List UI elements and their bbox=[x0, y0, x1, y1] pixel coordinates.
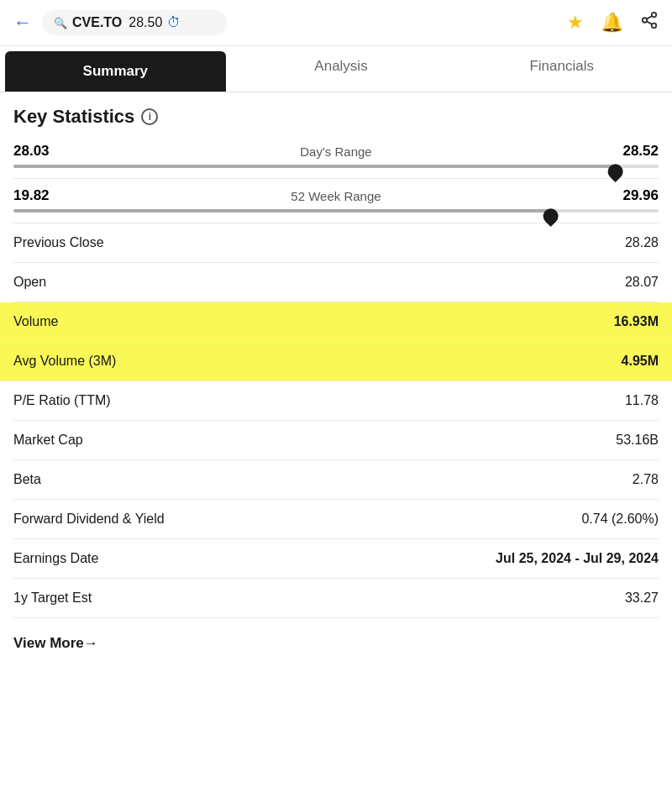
days-range-fill bbox=[13, 165, 613, 168]
view-more-arrow: → bbox=[84, 635, 98, 651]
search-bar[interactable]: 🔍 CVE.TO 28.50 ⏱ bbox=[42, 10, 227, 35]
stat-row-2: Volume16.93M bbox=[0, 302, 672, 342]
stats-container: 28.03 Day's Range 28.52 19.82 52 Week Ra… bbox=[0, 134, 672, 618]
stat-value-7: 0.74 (2.60%) bbox=[581, 512, 659, 527]
stat-value-0: 28.28 bbox=[625, 235, 659, 250]
week-range-fill bbox=[13, 209, 549, 213]
stat-label-8: Earnings Date bbox=[13, 551, 98, 566]
stat-label-9: 1y Target Est bbox=[13, 590, 92, 606]
search-icon: 🔍 bbox=[54, 17, 67, 29]
info-icon[interactable]: i bbox=[141, 108, 158, 125]
stat-row-0: Previous Close28.28 bbox=[13, 223, 659, 263]
tab-financials[interactable]: Financials bbox=[451, 46, 672, 92]
stat-label-6: Beta bbox=[13, 472, 41, 487]
stat-label-0: Previous Close bbox=[13, 235, 104, 250]
stat-value-6: 2.78 bbox=[633, 472, 659, 487]
stat-row-9: 1y Target Est33.27 bbox=[13, 579, 659, 618]
header: ← 🔍 CVE.TO 28.50 ⏱ ★ 🔔 bbox=[0, 0, 672, 46]
clock-icon: ⏱ bbox=[167, 15, 181, 30]
tab-bar: Summary Analysis Financials bbox=[0, 46, 672, 92]
stat-value-2: 16.93M bbox=[614, 314, 659, 329]
stat-value-5: 53.16B bbox=[616, 433, 659, 448]
section-title: Key Statistics i bbox=[0, 92, 672, 134]
week-range-low: 19.82 bbox=[13, 187, 50, 204]
stat-value-9: 33.27 bbox=[625, 590, 659, 606]
days-range-high: 28.52 bbox=[622, 143, 659, 160]
star-icon[interactable]: ★ bbox=[567, 12, 584, 34]
days-range-low: 28.03 bbox=[13, 143, 50, 160]
tab-analysis[interactable]: Analysis bbox=[231, 46, 452, 92]
stat-label-5: Market Cap bbox=[13, 433, 83, 448]
stat-row-5: Market Cap53.16B bbox=[13, 421, 659, 460]
svg-line-3 bbox=[647, 21, 652, 24]
stat-label-3: Avg Volume (3M) bbox=[13, 354, 116, 369]
stat-label-7: Forward Dividend & Yield bbox=[13, 512, 165, 527]
days-range-row: 28.03 Day's Range 28.52 bbox=[13, 134, 659, 179]
view-more-button[interactable]: View More→ bbox=[0, 618, 672, 669]
stat-label-2: Volume bbox=[13, 314, 58, 329]
stat-row-4: P/E Ratio (TTM)11.78 bbox=[13, 381, 659, 421]
ticker-label: CVE.TO bbox=[72, 15, 122, 30]
stat-value-3: 4.95M bbox=[622, 354, 659, 369]
days-range-label: Day's Range bbox=[300, 144, 371, 159]
stat-value-1: 28.07 bbox=[625, 275, 659, 290]
stat-label-1: Open bbox=[13, 275, 46, 290]
stat-row-6: Beta2.78 bbox=[13, 460, 659, 500]
week-range-label: 52 Week Range bbox=[291, 189, 381, 203]
stat-row-3: Avg Volume (3M)4.95M bbox=[0, 342, 672, 381]
week-range-bar bbox=[13, 209, 659, 213]
price-label: 28.50 bbox=[129, 15, 162, 30]
days-range-bar bbox=[13, 165, 659, 168]
section-title-text: Key Statistics bbox=[13, 106, 134, 128]
bell-icon[interactable]: 🔔 bbox=[601, 12, 623, 34]
stat-label-4: P/E Ratio (TTM) bbox=[13, 393, 111, 408]
stat-row-1: Open28.07 bbox=[13, 263, 659, 302]
view-more-label: View More bbox=[13, 635, 84, 651]
svg-line-4 bbox=[647, 16, 652, 19]
stat-rows: Previous Close28.28Open28.07Volume16.93M… bbox=[13, 223, 659, 618]
week-range-row: 19.82 52 Week Range 29.96 bbox=[13, 179, 659, 223]
share-icon[interactable] bbox=[640, 11, 659, 34]
week-range-high: 29.96 bbox=[622, 187, 659, 204]
header-icons: ★ 🔔 bbox=[567, 11, 659, 34]
stat-value-8: Jul 25, 2024 - Jul 29, 2024 bbox=[496, 551, 659, 566]
back-button[interactable]: ← bbox=[13, 12, 32, 34]
stat-value-4: 11.78 bbox=[625, 393, 659, 408]
stat-row-7: Forward Dividend & Yield0.74 (2.60%) bbox=[13, 500, 659, 539]
stat-row-8: Earnings DateJul 25, 2024 - Jul 29, 2024 bbox=[13, 539, 659, 579]
tab-summary[interactable]: Summary bbox=[5, 51, 226, 92]
